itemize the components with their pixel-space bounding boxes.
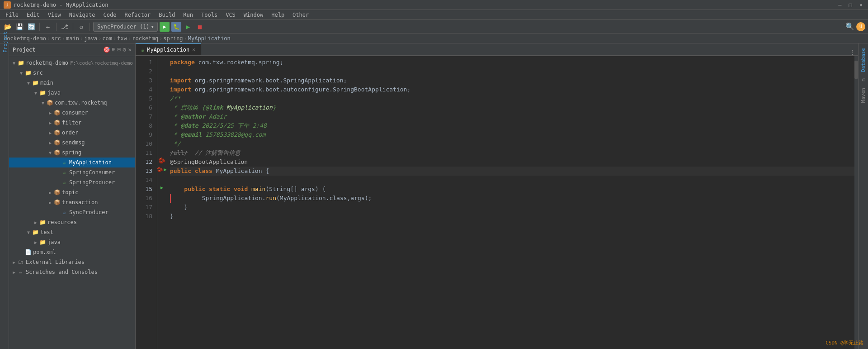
expand-icon[interactable]: ⊞ <box>112 46 116 53</box>
tree-item-filter[interactable]: ▶ 📦 filter <box>9 118 135 128</box>
tree-item-main[interactable]: ▼ 📁 main <box>9 78 135 88</box>
breadcrumb-part[interactable]: MyApplication <box>188 35 231 42</box>
token-javadoc-tag: @author <box>180 112 205 121</box>
minimize-btn[interactable]: – <box>836 2 843 8</box>
tree-item-syncproducer[interactable]: ☕ SyncProducer <box>9 207 135 217</box>
sidebar-title: Project <box>13 47 36 53</box>
search-icon[interactable]: 🔍 <box>845 22 854 31</box>
tree-item-test[interactable]: ▼ 📁 test <box>9 227 135 237</box>
breadcrumb-part[interactable]: rocketmq <box>132 35 158 42</box>
breadcrumb-part[interactable]: txw <box>117 35 127 42</box>
toolbar-back-btn[interactable]: ← <box>43 22 53 32</box>
token-text: } <box>170 203 188 212</box>
line-num: 2 <box>136 67 152 76</box>
menu-other[interactable]: Other <box>289 10 312 20</box>
tree-item-consumer[interactable]: ▶ 📦 consumer <box>9 108 135 118</box>
tree-label: pom.xml <box>33 249 56 255</box>
code-line-12: @SpringBootApplication <box>170 158 854 167</box>
maximize-btn[interactable]: □ <box>847 2 854 8</box>
menu-refactor[interactable]: Refactor <box>121 10 154 20</box>
toolbar-save-btn[interactable]: 💾 <box>14 22 24 32</box>
breadcrumb-part[interactable]: com <box>102 35 112 42</box>
breadcrumb-part[interactable]: src <box>51 35 61 42</box>
tree-item-springconsumer[interactable]: ☕ SpringConsumer <box>9 167 135 177</box>
project-panel-btn[interactable]: Project <box>1 45 8 53</box>
line-num: 14 <box>136 176 152 185</box>
menu-navigate[interactable]: Navigate <box>66 10 99 20</box>
token-text: org.springframework.boot. <box>191 76 283 85</box>
arrow-icon: ▼ <box>47 150 53 155</box>
right-tab-m[interactable]: m <box>859 76 867 84</box>
tree-item-java[interactable]: ▼ 📁 java <box>9 88 135 98</box>
right-tab-maven[interactable]: Maven <box>859 85 867 105</box>
menu-code[interactable]: Code <box>100 10 120 20</box>
token-text <box>212 167 216 176</box>
tree-item-com-txw[interactable]: ▼ 📦 com.txw.rocketmq <box>9 98 135 108</box>
collapse-icon[interactable]: ⊟ <box>118 46 121 53</box>
code-editor: 1 2 3 4 5 6 7 8 9 10 11 12 13 14 15 16 1… <box>136 56 858 349</box>
menu-window[interactable]: Window <box>240 10 267 20</box>
menu-view[interactable]: View <box>44 10 65 20</box>
tab-myapplication[interactable]: ☕ MyApplication × <box>136 43 201 55</box>
tree-item-scratches[interactable]: ▶ ✏️ Scratches and Consoles <box>9 267 135 277</box>
menu-tools[interactable]: Tools <box>198 10 221 20</box>
locate-icon[interactable]: 🎯 <box>103 46 110 53</box>
run-debug-icon[interactable]: ▶ <box>164 167 167 172</box>
gutter-2 <box>157 65 166 74</box>
tree-item-transaction[interactable]: ▶ 📦 transaction <box>9 197 135 207</box>
run-config-dropdown[interactable]: SyncProducer (1) ▼ <box>93 22 158 32</box>
stop-btn[interactable]: ■ <box>195 22 205 32</box>
menu-help[interactable]: Help <box>268 10 288 20</box>
tree-item-src[interactable]: ▼ 📁 src <box>9 68 135 78</box>
run-button[interactable]: ▶ <box>160 22 170 32</box>
tree-label: SyncProducer <box>69 209 108 215</box>
arrow-icon: ▶ <box>33 220 39 225</box>
menu-vcs[interactable]: VCS <box>222 10 239 20</box>
tree-item-ext-libs[interactable]: ▶ 🗂 External Libraries <box>9 257 135 267</box>
tree-item-sendmsg[interactable]: ▶ 📦 sendmsg <box>9 138 135 148</box>
toolbar-sync-btn[interactable]: 🔄 <box>26 22 36 32</box>
run-coverage-btn[interactable]: ▶ <box>183 22 193 32</box>
menu-file[interactable]: File <box>2 10 22 20</box>
user-avatar[interactable]: U <box>856 22 865 31</box>
recent-files-icon[interactable]: ⋮ <box>849 48 855 55</box>
tab-close-btn[interactable]: × <box>192 47 195 53</box>
tree-label: spring <box>62 149 81 156</box>
settings-icon[interactable]: ⚙ <box>123 46 126 53</box>
arrow-icon: ▶ <box>47 140 53 145</box>
scroll-thumb[interactable] <box>854 61 858 79</box>
toolbar-open-btn[interactable]: 📂 <box>3 22 13 32</box>
close-btn[interactable]: × <box>858 2 864 8</box>
tree-item-topic[interactable]: ▶ 📦 topic <box>9 187 135 197</box>
right-tab-database[interactable]: Database <box>859 45 867 75</box>
breadcrumb-part[interactable]: rocketmq-demo <box>4 35 46 42</box>
gutter-bean-icon[interactable]: 🫘 <box>157 156 166 165</box>
bean-icon[interactable]: 🫘 <box>157 167 163 172</box>
tree-item-pom[interactable]: 📄 pom.xml <box>9 247 135 257</box>
breadcrumb-part[interactable]: java <box>84 35 97 42</box>
menu-edit[interactable]: Edit <box>23 10 43 20</box>
code-content[interactable]: package com.txw.rocketmq.spring; import … <box>166 56 854 349</box>
tree-item-resources[interactable]: ▶ 📁 resources <box>9 217 135 227</box>
toolbar-git-btn[interactable]: ⎇ <box>60 22 70 32</box>
token-text <box>230 185 234 194</box>
tree-item-order[interactable]: ▶ 📦 order <box>9 128 135 138</box>
close-sidebar-icon[interactable]: × <box>128 46 132 53</box>
tree-item-springproducer[interactable]: ☕ SpringProducer <box>9 177 135 187</box>
tree-item-spring[interactable]: ▼ 📦 spring <box>9 148 135 158</box>
arrow-icon: ▼ <box>25 230 32 235</box>
menu-build[interactable]: Build <box>155 10 179 20</box>
tree-item-myapplication[interactable]: ☕ MyApplication <box>9 158 135 167</box>
breadcrumb-part[interactable]: spring <box>163 35 183 42</box>
gutter-run-icon[interactable]: ▶ <box>157 183 166 192</box>
toolbar-undo-btn[interactable]: ↺ <box>76 22 86 32</box>
title-controls[interactable]: – □ × <box>836 2 864 8</box>
code-line-14 <box>170 176 854 185</box>
token-text: ; <box>407 85 410 94</box>
debug-button[interactable]: 🐛 <box>171 22 181 32</box>
menu-run[interactable]: Run <box>179 10 197 20</box>
tree-item-java-test[interactable]: ▶ 📁 java <box>9 237 135 247</box>
scroll-indicator[interactable] <box>854 56 858 349</box>
breadcrumb-part[interactable]: main <box>66 35 79 42</box>
tree-item-rocketmq-demo[interactable]: ▼ 📁 rocketmq-demo F:\code\rocketmq-demo <box>9 58 135 68</box>
